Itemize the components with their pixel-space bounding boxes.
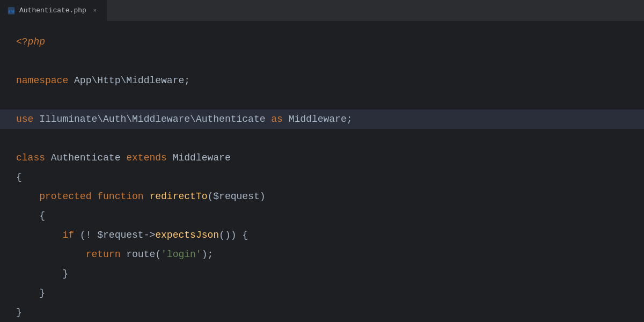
tab-bar: php Authenticate.php × (0, 0, 644, 21)
code-editor: <?php namespace App\Http\Middleware; use… (0, 21, 644, 322)
method-expects-json: expectsJson (155, 225, 219, 245)
code-line-9: protected function redirectTo($request) (16, 187, 644, 206)
code-line-3: namespace App\Http\Middleware; (16, 71, 644, 90)
code-line-10: { (16, 206, 644, 225)
code-line-2 (16, 52, 644, 71)
php-file-icon: php (8, 7, 15, 14)
code-line-14: } (16, 283, 644, 303)
indent-1 (16, 187, 39, 206)
keyword-if: if (62, 225, 79, 245)
tab-close-button[interactable]: × (91, 6, 99, 15)
call-parens: ()) { (219, 225, 248, 245)
code-line-12: return route('login'); (16, 245, 644, 264)
code-line-1: <?php (16, 32, 644, 52)
code-line-4 (16, 90, 644, 109)
code-line-7: class Authenticate extends Middleware (16, 148, 644, 167)
indent-2b (16, 264, 62, 283)
parent-class-name: Middleware (173, 148, 231, 167)
func-route: route( (126, 245, 161, 264)
var-request-2: $request (97, 225, 143, 245)
file-tab[interactable]: php Authenticate.php × (0, 0, 107, 21)
close-brace-if: } (62, 264, 68, 283)
if-paren-open: (! (80, 225, 97, 245)
keyword-function: function (97, 187, 149, 206)
namespace-value: App\Http\Middleware; (74, 71, 190, 90)
keyword-as: as (271, 109, 288, 129)
indent-2 (16, 225, 62, 245)
keyword-return: return (86, 245, 127, 264)
keyword-namespace: namespace (16, 71, 74, 90)
code-line-5: use Illuminate\Auth\Middleware\Authentic… (0, 109, 644, 129)
method-name-redirectto: redirectTo (149, 187, 207, 206)
indent-3 (16, 245, 86, 264)
code-line-11: if (! $request->expectsJson()) { (16, 225, 644, 245)
close-brace-class: } (16, 303, 22, 322)
close-brace-method: } (39, 283, 45, 303)
use-path: Illuminate\Auth\Middleware\Authenticate (39, 109, 271, 129)
code-line-6 (16, 129, 644, 148)
indent-1b (16, 206, 39, 225)
paren-close: ) (260, 187, 266, 206)
paren-open: ( (208, 187, 214, 206)
code-line-13: } (16, 264, 644, 283)
code-line-15: } (16, 303, 644, 322)
php-open-tag: <?php (16, 32, 45, 52)
func-route-close: ); (202, 245, 214, 264)
keyword-use: use (16, 109, 39, 129)
tab-filename: Authenticate.php (19, 6, 86, 14)
keyword-class: class (16, 148, 51, 167)
svg-text:php: php (9, 9, 14, 13)
keyword-protected: protected (39, 187, 97, 206)
arrow-op: -> (144, 225, 156, 245)
code-line-8: { (16, 167, 644, 187)
string-login: 'login' (161, 245, 202, 264)
indent-1c (16, 283, 39, 303)
alias-name: Middleware; (289, 109, 353, 129)
class-name-authenticate: Authenticate (51, 148, 126, 167)
open-brace-method: { (39, 206, 45, 225)
param-request: $request (213, 187, 259, 206)
open-brace-class: { (16, 167, 22, 187)
keyword-extends: extends (126, 148, 172, 167)
